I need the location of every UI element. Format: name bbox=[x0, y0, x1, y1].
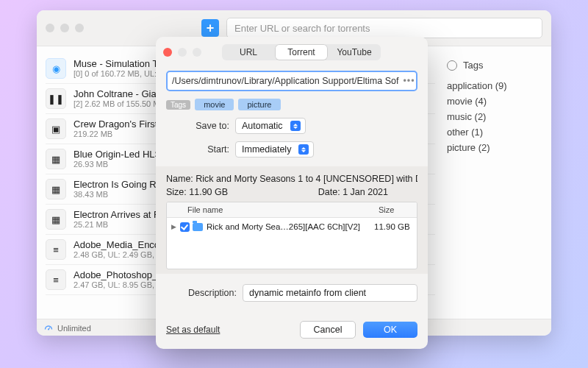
plus-icon: + bbox=[207, 21, 215, 35]
torrent-path-value: /Users/dimtrunov/Library/Application Sup… bbox=[172, 76, 398, 86]
source-tabs[interactable]: URL Torrent YouTube bbox=[222, 44, 381, 60]
close-icon[interactable] bbox=[163, 48, 172, 57]
download-status-icon: ◉ bbox=[46, 58, 66, 79]
start-value: Immediately bbox=[242, 142, 291, 157]
disclosure-icon[interactable]: ▶ bbox=[167, 223, 180, 230]
tag-chip-movie[interactable]: movie bbox=[195, 99, 234, 110]
cancel-button[interactable]: Cancel bbox=[300, 321, 356, 339]
tags-sidebar: Tags application (9)movie (4)music (2)ot… bbox=[435, 46, 551, 319]
zoom-icon[interactable] bbox=[75, 24, 84, 32]
minimize-icon bbox=[178, 48, 187, 57]
torrent-meta: Name: Rick and Morty Seasons 1 to 4 [UNC… bbox=[156, 166, 428, 274]
gauge-icon bbox=[44, 324, 53, 333]
url-search-input[interactable]: Enter URL or search for torrents bbox=[226, 18, 542, 38]
tag-filter-item[interactable]: application (9) bbox=[447, 78, 539, 93]
download-status-icon: ▦ bbox=[46, 179, 66, 199]
download-title: Muse - Simulation T… bbox=[74, 58, 168, 70]
tags-label: Tags bbox=[166, 100, 190, 110]
dialog-footer: Set as default Cancel OK bbox=[156, 311, 428, 349]
file-name: Rick and Morty Sea…265][AAC 6Ch][V2] bbox=[207, 222, 374, 231]
url-placeholder: Enter URL or search for torrents bbox=[234, 23, 370, 34]
saveto-select[interactable]: Automatic bbox=[235, 118, 306, 134]
start-label: Start: bbox=[166, 144, 235, 155]
download-status-icon: ▦ bbox=[46, 209, 66, 230]
dialog-body: /Users/dimtrunov/Library/Application Sup… bbox=[156, 68, 428, 311]
tag-filter-item[interactable]: picture (2) bbox=[447, 140, 539, 155]
start-select[interactable]: Immediately bbox=[235, 141, 314, 158]
meta-name-value: Rick and Morty Seasons 1 to 4 [UNCENSORE… bbox=[196, 174, 417, 184]
file-size: 11.90 GB bbox=[374, 222, 410, 231]
description-input[interactable]: dynamic metainfo from client bbox=[243, 284, 417, 302]
set-default-link[interactable]: Set as default bbox=[166, 325, 220, 335]
description-label: Description: bbox=[166, 288, 243, 298]
col-filename[interactable]: File name bbox=[167, 205, 379, 214]
close-icon[interactable] bbox=[46, 24, 54, 32]
minimize-icon[interactable] bbox=[60, 24, 69, 32]
description-row: Description: dynamic metainfo from clien… bbox=[166, 284, 417, 302]
download-status-icon: ▦ bbox=[46, 149, 66, 169]
tags-heading[interactable]: Tags bbox=[447, 60, 539, 71]
dialog-window-controls[interactable] bbox=[163, 48, 201, 57]
tag-filter-item[interactable]: movie (4) bbox=[447, 93, 539, 109]
tags-row: Tags movie picture bbox=[166, 99, 417, 110]
tab-url[interactable]: URL bbox=[222, 44, 275, 60]
radio-icon bbox=[447, 60, 457, 71]
saveto-value: Automatic bbox=[242, 118, 283, 133]
meta-date-label: Date: bbox=[318, 187, 340, 197]
tags-heading-label: Tags bbox=[463, 60, 483, 71]
meta-size-value: 11.90 GB bbox=[189, 187, 228, 197]
col-size[interactable]: Size bbox=[379, 205, 417, 214]
start-row: Start: Immediately bbox=[166, 141, 417, 158]
add-button[interactable]: + bbox=[201, 19, 219, 37]
add-torrent-dialog: URL Torrent YouTube /Users/dimtrunov/Lib… bbox=[156, 37, 428, 349]
tab-torrent[interactable]: Torrent bbox=[275, 44, 328, 60]
window-controls[interactable] bbox=[46, 24, 84, 32]
download-status-icon: ≡ bbox=[46, 269, 66, 290]
file-row[interactable]: ▶ Rick and Morty Sea…265][AAC 6Ch][V2] 1… bbox=[167, 218, 417, 236]
download-status-icon: ❚❚ bbox=[46, 88, 66, 109]
file-table[interactable]: File name Size ▶ Rick and Morty Sea…265]… bbox=[166, 202, 417, 269]
tag-chip-picture[interactable]: picture bbox=[238, 99, 280, 110]
tab-youtube[interactable]: YouTube bbox=[328, 44, 381, 60]
torrent-path-field[interactable]: /Users/dimtrunov/Library/Application Sup… bbox=[166, 71, 417, 91]
meta-size-label: Size: bbox=[166, 187, 187, 197]
tag-filter-item[interactable]: music (2) bbox=[447, 109, 539, 124]
download-status-icon: ≡ bbox=[46, 239, 66, 260]
file-checkbox[interactable] bbox=[180, 222, 190, 232]
dialog-titlebar: URL Torrent YouTube bbox=[156, 37, 428, 68]
dropdown-caret-icon bbox=[298, 144, 309, 155]
saveto-row: Save to: Automatic bbox=[166, 118, 417, 134]
download-subtitle: [0] 0 of 160.72 MB, UL: … bbox=[74, 69, 168, 79]
zoom-icon bbox=[193, 48, 201, 57]
description-value: dynamic metainfo from client bbox=[249, 288, 366, 298]
ok-button[interactable]: OK bbox=[363, 322, 417, 338]
download-status-icon: ▣ bbox=[46, 118, 66, 139]
folder-icon bbox=[193, 223, 203, 231]
saveto-label: Save to: bbox=[166, 121, 235, 131]
tag-filter-item[interactable]: other (1) bbox=[447, 124, 539, 140]
meta-size-date-row: Size: 11.90 GB Date: 1 Jan 2021 bbox=[166, 187, 417, 197]
meta-name-row: Name: Rick and Morty Seasons 1 to 4 [UNC… bbox=[166, 174, 417, 184]
meta-name-label: Name: bbox=[166, 174, 193, 184]
dropdown-caret-icon bbox=[290, 121, 301, 131]
status-text: Unlimited bbox=[57, 324, 91, 333]
meta-date-value: 1 Jan 2021 bbox=[343, 187, 388, 197]
browse-icon[interactable]: ••• bbox=[398, 76, 415, 86]
file-table-header: File name Size bbox=[167, 202, 417, 218]
